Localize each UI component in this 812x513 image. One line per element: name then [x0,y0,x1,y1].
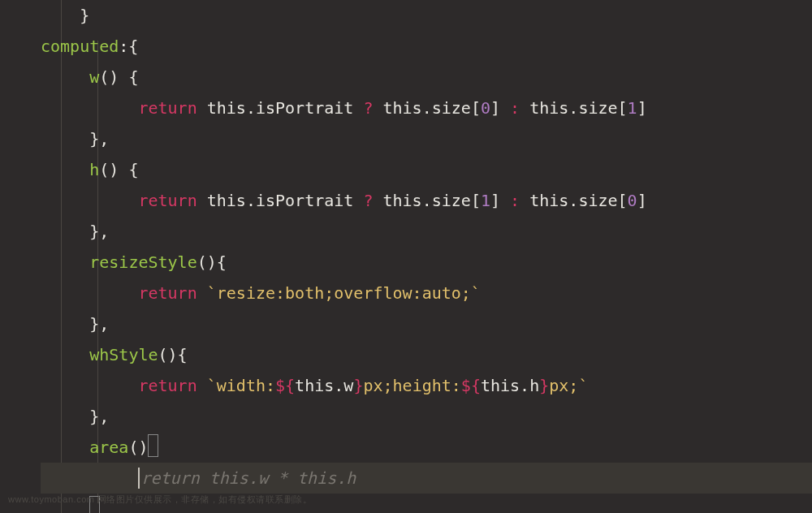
code-line[interactable]: }, [41,123,812,154]
code-line[interactable]: whStyle(){ [41,339,812,370]
brace-close-comma: }, [89,216,109,247]
dot: . [520,370,529,401]
template-open: ${ [461,370,481,401]
code-line[interactable]: computed:{ [41,31,812,62]
this-kw: this [295,370,334,401]
prop-w: w [343,370,353,401]
fn-area: area [89,432,128,463]
rbracket: ] [490,93,500,123]
code-editor[interactable]: } computed:{ w() { return this.isPortrai… [0,0,812,513]
inline-suggestion: return this.w * this.h [140,463,356,494]
brace-open: { [119,62,138,93]
ternary-colon: : [510,185,520,216]
string-content: resize:both;overflow:auto; [217,278,471,308]
this-kw: this [207,185,246,216]
parens: () [128,432,148,463]
ternary-q: ? [363,93,373,123]
brace-close-comma: }, [89,123,109,154]
dot: . [568,93,578,123]
string-content: px;height: [363,370,460,401]
code-line[interactable]: return `width:${this.w}px;height:${this.… [41,370,812,401]
this-kw: this [383,93,422,123]
return-kw: return [138,93,197,123]
num-0: 0 [481,93,490,123]
fn-h: h [89,154,99,185]
ternary-colon: : [510,93,520,123]
watermark-text: www.toymoban.com 网络图片仅供展示，非存储，如有侵权请联系删除。 [8,491,312,508]
code-line[interactable]: h() { [41,154,812,185]
prop-size: size [578,185,617,216]
code-line[interactable]: area() [41,432,812,463]
prop-isPortrait: isPortrait [256,93,353,123]
prop-size: size [578,93,617,123]
dot: . [334,370,343,401]
num-0: 0 [628,185,637,216]
this-kw: this [207,93,246,123]
code-line[interactable]: return this.isPortrait ? this.size[1] : … [41,185,812,216]
parens: () [197,247,217,278]
dot: . [422,93,432,123]
computed-key: computed [41,31,119,62]
brace-open: { [217,247,227,278]
brace-open: { [178,339,188,370]
code-line[interactable]: w() { [41,62,812,93]
code-line[interactable]: resizeStyle(){ [41,247,812,278]
rbracket: ] [637,185,647,216]
code-line[interactable]: }, [41,308,812,339]
ternary-q: ? [363,185,373,216]
brace-close: } [80,0,89,31]
template-close: } [539,370,549,401]
code-line[interactable]: } [41,0,812,31]
text-cursor [138,468,140,489]
prop-isPortrait: isPortrait [256,185,353,216]
backtick: ` [207,370,217,401]
return-kw: return [138,185,197,216]
code-line[interactable]: }, [41,216,812,247]
lbracket: [ [471,185,481,216]
rbracket: ] [490,185,500,216]
this-kw: this [383,185,422,216]
lbracket: [ [618,93,628,123]
return-kw: return [138,278,197,308]
fn-w: w [89,62,99,93]
prop-h: h [529,370,539,401]
brace [41,0,80,31]
colon-brace: :{ [119,31,138,62]
string-content: px; [549,370,578,401]
prop-size: size [432,93,471,123]
parens: () [99,154,119,185]
code-line-suggestion[interactable]: return this.w * this.h [41,463,812,494]
code-line[interactable]: return `resize:both;overflow:auto;` [41,278,812,308]
this-kw: this [529,93,568,123]
rbracket: ] [637,93,647,123]
prop-size: size [432,185,471,216]
num-1: 1 [628,93,637,123]
dot: . [246,93,256,123]
dot: . [422,185,432,216]
dot: . [568,185,578,216]
code-line[interactable]: }, [41,401,812,432]
cursor-bracket-match [148,434,158,457]
code-line[interactable]: return this.isPortrait ? this.size[0] : … [41,93,812,123]
num-1: 1 [481,185,490,216]
return-kw: return [138,370,197,401]
fn-resizeStyle: resizeStyle [89,247,197,278]
template-close: } [353,370,363,401]
brace-open: { [119,154,138,185]
string-content: width: [217,370,275,401]
parens: () [158,339,178,370]
fn-whStyle: whStyle [89,339,158,370]
lbracket: [ [618,185,628,216]
backtick: ` [207,278,217,308]
lbracket: [ [471,93,481,123]
brace-close-comma: }, [89,308,109,339]
backtick: ` [471,278,481,308]
backtick: ` [578,370,588,401]
dot: . [246,185,256,216]
template-open: ${ [275,370,295,401]
brace-close-comma: }, [89,401,109,432]
this-kw: this [529,185,568,216]
parens: () [99,62,119,93]
this-kw: this [481,370,520,401]
